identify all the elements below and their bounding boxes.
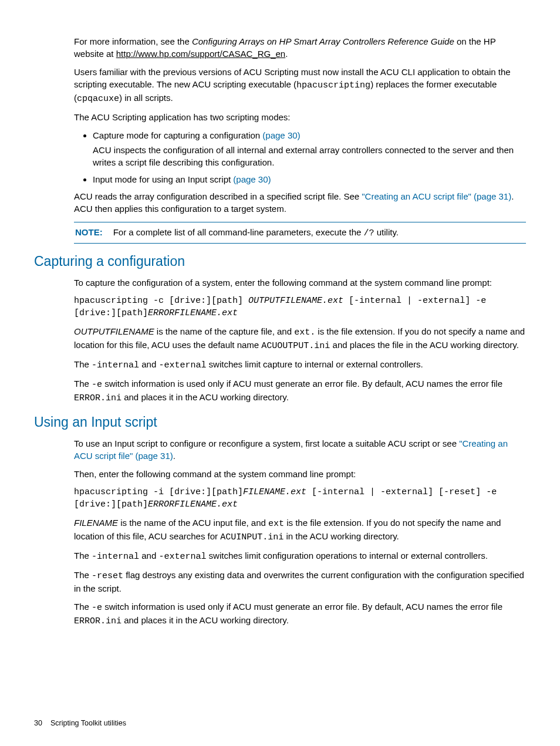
paragraph-acu-reads: ACU reads the array configuration descri… — [74, 190, 526, 215]
input-section: To use an Input script to configure or r… — [74, 437, 526, 627]
text: The — [74, 570, 92, 580]
code-inline: ERROR.ini — [74, 616, 122, 626]
heading-capturing: Capturing a configuration — [34, 252, 526, 271]
text: Input mode for using an Input script — [93, 174, 233, 184]
text: switch information is used only if ACU m… — [102, 379, 502, 389]
list-item-input: Input mode for using an Input script (pa… — [93, 173, 526, 185]
text-italic: FILENAME — [74, 518, 118, 528]
code-inline: -e — [92, 603, 102, 613]
code-inline: ext — [268, 519, 284, 529]
list-item-description: ACU inspects the configuration of all in… — [93, 144, 526, 168]
text: To use an Input script to configure or r… — [74, 438, 459, 448]
paragraph-error-file: The -e switch information is used only i… — [74, 377, 526, 404]
text: is the name of the ACU input file, and — [118, 518, 268, 528]
heading-input-script: Using an Input script — [34, 413, 526, 431]
text: and places it in the ACU working directo… — [122, 615, 289, 625]
code-inline: cpqacuxe — [77, 94, 119, 104]
code-block-input: hpacuscripting -i [drive:][path]FILENAME… — [74, 486, 526, 511]
capture-section: To capture the configuration of a system… — [74, 276, 526, 404]
code-inline: ERROR.ini — [74, 393, 122, 403]
text: . — [285, 49, 288, 59]
text: flag destroys any existing data and over… — [74, 570, 524, 593]
code-block-capture: hpacuscripting -c [drive:][path] OUTPUTF… — [74, 295, 526, 319]
text: and — [139, 359, 158, 369]
text-italic: Configuring Arrays on HP Smart Array Con… — [192, 36, 454, 46]
page-link[interactable]: (page 30) — [233, 174, 271, 184]
paragraph-modes: The ACU Scripting application has two sc… — [74, 111, 526, 123]
paragraph-reset: The -reset flag destroys any existing da… — [74, 569, 526, 595]
modes-list: Capture mode for capturing a configurati… — [74, 129, 526, 185]
paragraph-executable: Users familiar with the previous version… — [74, 66, 526, 105]
page-link[interactable]: (page 30) — [262, 130, 300, 140]
code-inline: -internal — [92, 360, 139, 370]
code-inline: -external — [158, 552, 206, 562]
hp-support-link[interactable]: http://www.hp.com/support/CASAC_RG_en — [116, 49, 285, 59]
paragraph: To capture the configuration of a system… — [74, 276, 526, 289]
paragraph-outputfilename: OUTPUTFILENAME is the name of the captur… — [74, 325, 526, 352]
text: switches limit configuration operations … — [206, 551, 487, 561]
code-inline: -reset — [92, 571, 123, 581]
text: ACU reads the array configuration descri… — [74, 191, 362, 201]
code-inline: -e — [92, 380, 102, 390]
code-inline: ACUINPUT.ini — [220, 532, 284, 542]
text: The — [74, 551, 92, 561]
text: For more information, see the — [74, 36, 192, 46]
code-inline: hpacuscripting — [296, 80, 370, 90]
page-footer: 30Scripting Toolkit utilities — [34, 718, 126, 729]
note-label: NOTE: — [75, 227, 103, 237]
text: and — [139, 551, 158, 561]
text: in the ACU working directory. — [284, 531, 399, 541]
text: ) in all scripts. — [119, 93, 173, 103]
text: . — [173, 451, 176, 461]
text: switch information is used only if ACU m… — [102, 602, 502, 612]
creating-script-link[interactable]: "Creating an ACU script file" (page 31) — [362, 191, 511, 201]
code-inline: -internal — [92, 552, 139, 562]
footer-title: Scripting Toolkit utilities — [50, 719, 126, 727]
text: is the name of the capture file, and — [154, 326, 294, 336]
intro-block: For more information, see the Configurin… — [74, 35, 526, 244]
text: utility. — [375, 227, 399, 237]
paragraph-switches: The -internal and -external switches lim… — [74, 358, 526, 372]
text: Capture mode for capturing a configurati… — [93, 130, 262, 140]
note-box: NOTE:For a complete list of all command-… — [74, 222, 526, 244]
paragraph-switches: The -internal and -external switches lim… — [74, 549, 526, 563]
text: and places the file in the ACU working d… — [330, 340, 519, 350]
paragraph-filename: FILENAME is the name of the ACU input fi… — [74, 517, 526, 544]
text: The — [74, 602, 92, 612]
code-inline: /? — [364, 228, 375, 238]
text: switches limit capture to internal or ex… — [206, 359, 423, 369]
text-italic: OUTPUTFILENAME — [74, 326, 154, 336]
code-inline: ext. — [294, 328, 315, 337]
text: The — [74, 379, 92, 389]
text: The — [74, 359, 92, 369]
code-inline: -external — [158, 360, 206, 370]
code-inline: ACUOUTPUT.ini — [261, 341, 330, 351]
paragraph: Then, enter the following command at the… — [74, 468, 526, 480]
list-item-capture: Capture mode for capturing a configurati… — [93, 129, 526, 168]
paragraph-error-file: The -e switch information is used only i… — [74, 600, 526, 627]
paragraph-input-intro: To use an Input script to configure or r… — [74, 437, 526, 462]
paragraph-reference-guide: For more information, see the Configurin… — [74, 35, 526, 60]
page-number: 30 — [34, 719, 42, 727]
text: and places it in the ACU working directo… — [122, 392, 289, 402]
text: For a complete list of all command-line … — [113, 227, 364, 237]
